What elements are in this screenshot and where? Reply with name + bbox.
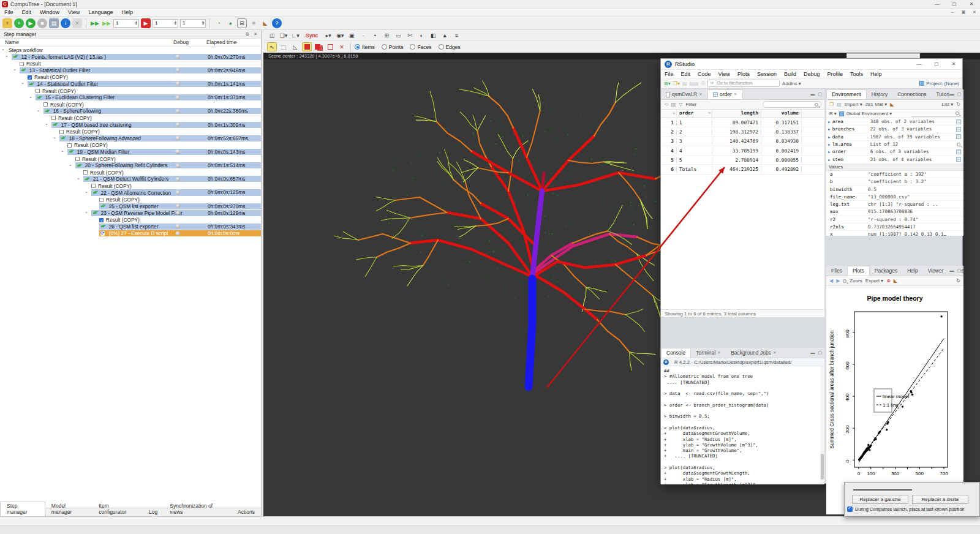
table-icon[interactable] [956, 119, 961, 124]
menu-edit[interactable]: Edit [18, 9, 36, 15]
cube-icon[interactable]: ◫ [267, 31, 277, 40]
rstudio-menu-file[interactable]: File [661, 71, 677, 77]
save-icon[interactable]: ▤ [682, 81, 687, 86]
rstudio-menu-plots[interactable]: Plots [734, 71, 753, 77]
chevron-down-icon[interactable]: ⌄ [45, 121, 48, 126]
result-checkbox[interactable] [59, 130, 64, 134]
placement-checkbox[interactable] [847, 506, 853, 512]
result-row[interactable]: Result (COPY) [0, 88, 261, 94]
save-icon[interactable]: ▤ [49, 18, 59, 28]
memory-usage-button[interactable]: 281 MiB ▾ [865, 102, 888, 107]
step-row[interactable]: ⌄✔12 - Points, format LAS (V2) ( 13.las … [0, 53, 261, 60]
step-forward-icon[interactable]: ▶▶ [90, 18, 100, 28]
spin-arrows-icon[interactable]: ▲ ▼ [174, 20, 177, 25]
pane-minimize-icon[interactable]: ▬ [810, 92, 815, 97]
rstudio-menu-profile[interactable]: Profile [824, 71, 847, 77]
pointer-icon[interactable]: ▲ [440, 31, 450, 40]
abort-icon[interactable]: ✕ [72, 18, 82, 28]
step-row[interactable]: ⌄✔23 - QSM Reverse Pipe Model Filter0h:0… [0, 209, 261, 216]
tools-icon[interactable]: ✳ [249, 18, 258, 28]
result-checkbox[interactable] [36, 89, 40, 93]
result-row[interactable]: Result (COPY) [0, 73, 261, 80]
table-row[interactable]: 552.7889140.000055 [661, 156, 824, 165]
dock-tab-item-configurator[interactable]: Item configurator [92, 502, 143, 516]
new-file-icon[interactable]: ⊞▾ [664, 81, 671, 86]
debug-indicator[interactable] [176, 231, 180, 236]
menu-help[interactable]: Help [117, 9, 137, 15]
save-all-icon[interactable]: ▤▤ [689, 81, 698, 86]
zoom-icon[interactable] [843, 279, 846, 283]
chevron-down-icon[interactable]: ⌄ [21, 80, 24, 85]
gradient-icon[interactable]: ◧ [428, 31, 438, 40]
export-data-icon[interactable]: ▤ [671, 102, 676, 107]
back-icon[interactable]: ⟲ [664, 102, 668, 107]
maximize-button[interactable]: ▢ [946, 0, 963, 8]
print-icon[interactable]: ⎙ [701, 80, 705, 86]
point-size-large-icon[interactable]: • [370, 31, 380, 40]
rstudio-menu-build[interactable]: Build [780, 71, 800, 77]
addins-menu[interactable]: Addins ▾ [782, 81, 801, 86]
inspect-icon[interactable] [957, 143, 960, 146]
axes-icon[interactable]: ∟▾ [290, 31, 300, 40]
grid-header-rownum[interactable]: ▲ [661, 110, 677, 118]
expand-icon[interactable]: ▶ [828, 149, 831, 154]
chevron-down-icon[interactable]: ⌄ [1, 47, 5, 51]
result-checkbox[interactable] [99, 198, 104, 202]
refresh-icon[interactable]: ↻ [956, 102, 960, 107]
table-icon[interactable] [956, 157, 961, 162]
rstudio-minimize-button[interactable]: — [911, 59, 928, 69]
contrast-icon[interactable]: ◐ [417, 31, 426, 40]
dock-tab-step-manager[interactable]: Step manager [0, 502, 45, 516]
tab-close-icon[interactable]: ✕ [717, 350, 721, 355]
spin-arrows-icon[interactable]: ▲ ▼ [202, 20, 205, 25]
stop-icon[interactable]: ■ [37, 18, 47, 28]
result-checkbox[interactable] [67, 143, 72, 148]
layers-icon[interactable]: ❏▾ [279, 31, 288, 40]
rstudio-menu-tools[interactable]: Tools [846, 71, 867, 77]
step-row[interactable]: ✔25 - QSM list exporter0h:0m:0s:270ms [0, 203, 261, 209]
result-row[interactable]: Result (COPY) [0, 216, 261, 223]
result-checkbox[interactable] [51, 116, 56, 120]
doc-minimize-button[interactable]: – [947, 10, 958, 15]
console-scrollbar[interactable] [820, 366, 824, 484]
loop-count-spin[interactable]: 1▲ ▼ [113, 19, 139, 28]
dock-close-icon[interactable]: ✕ [254, 32, 257, 37]
export-button[interactable]: Export ▾ [865, 278, 883, 284]
clear-plots-icon[interactable]: ◣ [894, 278, 897, 284]
environment-tab-environment[interactable]: Environment [826, 89, 867, 99]
add-step-icon[interactable]: + [14, 18, 24, 28]
step-row[interactable]: ⌄✔22 - QSM Allometric Correction0h:0m:0s… [0, 189, 261, 196]
plots-tab-help[interactable]: Help [902, 266, 922, 276]
env-value-row[interactable]: a"coefficient a : 392" [826, 171, 963, 178]
place-right-button[interactable]: Replacer à droite [912, 495, 968, 504]
dock-tab-synchronization-of-views[interactable]: Synchronization of views [164, 502, 232, 516]
remove-plot-icon[interactable]: ⊗ [886, 278, 891, 284]
clear-workspace-icon[interactable]: ◣ [890, 102, 894, 107]
step-row[interactable]: ⌄✔13 - Statistical Outlier Filter0h:0m:2… [0, 67, 261, 73]
close-button[interactable]: ✕ [963, 0, 980, 8]
environment-search-input[interactable] [911, 111, 960, 117]
menu-language[interactable]: Language [84, 9, 117, 15]
step-row[interactable]: ⌄✔17 - QSM based tree clustering0h:0m:1s… [0, 121, 261, 128]
result-row[interactable]: Result (COPY) [0, 156, 261, 162]
menu-window[interactable]: Window [36, 9, 64, 15]
item-fill-icon[interactable] [302, 42, 312, 51]
brush-icon[interactable]: ◣ [260, 18, 270, 28]
result-row[interactable]: Result (COPY) [0, 182, 261, 189]
debug-indicator[interactable] [176, 164, 180, 168]
run-icon[interactable]: ▶ [26, 18, 36, 28]
debug-indicator[interactable] [176, 190, 180, 195]
result-row[interactable]: Result (COPY) [0, 128, 261, 135]
menu-view[interactable]: View [64, 9, 84, 15]
camera-mode-icon[interactable]: ▸▾ [323, 31, 333, 40]
tab-close-icon[interactable]: ✕ [773, 350, 777, 355]
chevron-down-icon[interactable]: ⌄ [77, 176, 80, 181]
step-row[interactable]: ⌄✔16 - SphereFollowing0h:0m:22s:380ms [0, 108, 261, 115]
frame-icon[interactable]: ▭ [393, 31, 403, 40]
result-checkbox[interactable] [75, 157, 80, 161]
env-data-row[interactable]: ▶area348 obs. of 2 variables [826, 118, 963, 126]
language-selector[interactable]: R ▾ [829, 111, 837, 116]
env-value-row[interactable]: leg.txtchr [1:3] "r-squared : .. [826, 201, 963, 208]
filter-label[interactable]: Filter [685, 102, 696, 107]
step-row[interactable]: ⟳(0%) 27 - Execute R script0h:0m:0s:0ms [0, 230, 261, 237]
